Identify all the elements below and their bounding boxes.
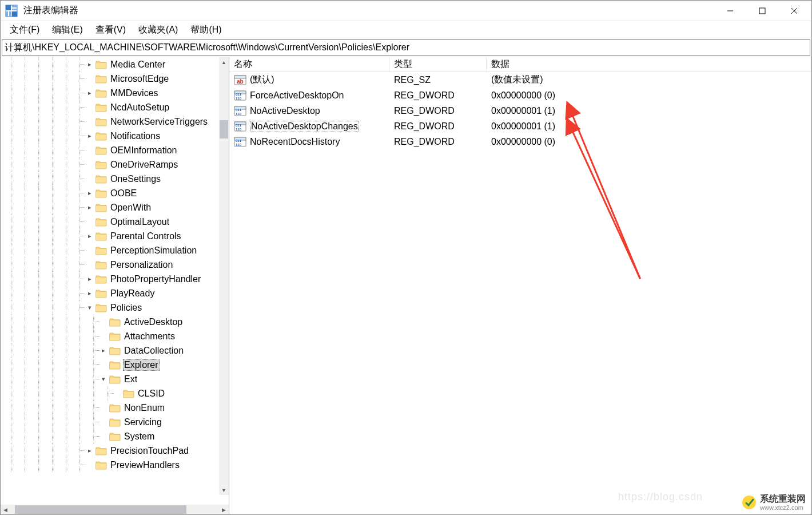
tree-caret-icon bbox=[85, 103, 94, 112]
tree-label: PlayReady bbox=[109, 288, 156, 299]
tree-item[interactable]: ▸PrecisionTouchPad bbox=[1, 443, 229, 458]
value-data: 0x00000001 (1) bbox=[487, 106, 811, 116]
tree-item[interactable]: OEMInformation bbox=[1, 143, 229, 157]
tree-item[interactable]: OptimalLayout bbox=[1, 215, 229, 229]
tree-label: Personalization bbox=[109, 260, 174, 270]
tree-item[interactable]: NetworkServiceTriggers bbox=[1, 114, 229, 129]
dword-value-icon bbox=[234, 136, 246, 148]
string-value-icon bbox=[234, 74, 246, 86]
values-list[interactable]: (默认)REG_SZ(数值未设置)ForceActiveDesktopOnREG… bbox=[229, 72, 811, 514]
value-row[interactable]: NoActiveDesktopREG_DWORD0x00000001 (1) bbox=[229, 103, 811, 118]
tree-label: DataCollection bbox=[123, 346, 185, 356]
value-row[interactable]: ForceActiveDesktopOnREG_DWORD0x00000000 … bbox=[229, 88, 811, 103]
close-button[interactable] bbox=[778, 1, 810, 21]
hscroll-thumb[interactable] bbox=[15, 505, 186, 514]
tree-item[interactable]: Servicing bbox=[1, 415, 229, 429]
tree-item[interactable]: NonEnum bbox=[1, 401, 229, 415]
tree-item[interactable]: ▸OpenWith bbox=[1, 200, 229, 215]
tree-caret-icon[interactable]: ▸ bbox=[85, 203, 94, 212]
column-name[interactable]: 名称 bbox=[229, 57, 389, 72]
tree-item[interactable]: Personalization bbox=[1, 258, 229, 272]
tree-caret-icon bbox=[85, 146, 94, 155]
value-row[interactable]: NoActiveDesktopChangesREG_DWORD0x0000000… bbox=[229, 118, 811, 134]
scroll-left-icon[interactable]: ◀ bbox=[1, 505, 10, 514]
vscroll-thumb[interactable] bbox=[220, 120, 228, 138]
tree-caret-icon[interactable]: ▸ bbox=[85, 232, 94, 241]
minimize-icon bbox=[727, 7, 734, 14]
tree-caret-icon bbox=[85, 175, 94, 184]
tree-item[interactable]: ▸DataCollection bbox=[1, 343, 229, 358]
tree-item[interactable]: ▸PlayReady bbox=[1, 286, 229, 300]
tree-item[interactable]: CLSID bbox=[1, 386, 229, 401]
maximize-button[interactable] bbox=[746, 1, 778, 21]
scroll-down-icon[interactable]: ▼ bbox=[219, 485, 229, 495]
tree-item[interactable]: ▸OOBE bbox=[1, 186, 229, 200]
folder-icon bbox=[109, 432, 121, 441]
tree-item[interactable]: OneSettings bbox=[1, 172, 229, 186]
menu-edit[interactable]: 编辑(E) bbox=[46, 22, 88, 38]
tree-item[interactable]: PreviewHandlers bbox=[1, 458, 229, 472]
value-row[interactable]: (默认)REG_SZ(数值未设置) bbox=[229, 72, 811, 88]
tree-label: Explorer bbox=[123, 359, 160, 371]
folder-icon bbox=[95, 117, 107, 126]
menu-favorites[interactable]: 收藏夹(A) bbox=[133, 22, 184, 38]
tree-item[interactable]: OneDriveRamps bbox=[1, 157, 229, 172]
tree-caret-icon[interactable]: ▸ bbox=[85, 89, 94, 98]
folder-icon bbox=[95, 260, 107, 270]
tree-label: ActiveDesktop bbox=[123, 317, 184, 327]
value-data: 0x00000001 (1) bbox=[487, 121, 811, 132]
tree-caret-icon[interactable]: ▸ bbox=[85, 60, 94, 69]
tree-caret-icon bbox=[113, 389, 122, 398]
value-type: REG_DWORD bbox=[389, 121, 487, 132]
tree-item[interactable]: ▾Ext bbox=[1, 372, 229, 386]
tree-item[interactable]: ▸PhotoPropertyHandler bbox=[1, 272, 229, 286]
scroll-up-icon[interactable]: ▲ bbox=[219, 57, 229, 67]
value-row[interactable]: NoRecentDocsHistoryREG_DWORD0x00000000 (… bbox=[229, 134, 811, 149]
menu-help[interactable]: 帮助(H) bbox=[185, 22, 227, 38]
tree-label: MicrosoftEdge bbox=[109, 74, 170, 84]
tree-item[interactable]: ▸Media Center bbox=[1, 57, 229, 72]
tree-label: OEMInformation bbox=[109, 145, 178, 156]
tree-caret-icon[interactable]: ▸ bbox=[85, 446, 94, 455]
column-data[interactable]: 数据 bbox=[487, 57, 811, 72]
tree-caret-icon bbox=[85, 246, 94, 255]
column-type[interactable]: 类型 bbox=[389, 57, 487, 72]
menu-view[interactable]: 查看(V) bbox=[90, 22, 132, 38]
tree-caret-icon[interactable]: ▾ bbox=[99, 375, 108, 384]
tree-scroll-area: ▸Media CenterMicrosoftEdge▸MMDevicesNcdA… bbox=[1, 57, 229, 505]
dword-value-icon bbox=[234, 120, 246, 133]
titlebar: 注册表编辑器 bbox=[1, 1, 811, 21]
minimize-button[interactable] bbox=[714, 1, 746, 21]
scroll-right-icon[interactable]: ▶ bbox=[219, 505, 229, 514]
tree-item[interactable]: ActiveDesktop bbox=[1, 315, 229, 329]
tree-caret-icon[interactable]: ▾ bbox=[85, 303, 94, 312]
tree-item[interactable]: Explorer bbox=[1, 358, 229, 372]
tree-caret-icon[interactable]: ▸ bbox=[85, 132, 94, 141]
tree-caret-icon[interactable]: ▸ bbox=[85, 289, 94, 298]
tree-item[interactable]: NcdAutoSetup bbox=[1, 100, 229, 114]
tree-item[interactable]: ▸Notifications bbox=[1, 129, 229, 143]
tree-vertical-scrollbar[interactable]: ▲ ▼ bbox=[219, 57, 229, 495]
tree-item[interactable]: PerceptionSimulation bbox=[1, 243, 229, 258]
folder-icon bbox=[109, 375, 121, 384]
tree-item[interactable]: ▸Parental Controls bbox=[1, 229, 229, 243]
tree-caret-icon[interactable]: ▸ bbox=[85, 275, 94, 284]
content-area: ▸Media CenterMicrosoftEdge▸MMDevicesNcdA… bbox=[1, 57, 811, 514]
tree-item[interactable]: Attachments bbox=[1, 329, 229, 343]
tree-item[interactable]: ▾Policies bbox=[1, 300, 229, 315]
registry-tree[interactable]: ▸Media CenterMicrosoftEdge▸MMDevicesNcdA… bbox=[1, 57, 229, 472]
tree-caret-icon[interactable]: ▸ bbox=[85, 189, 94, 198]
address-bar[interactable]: 计算机\HKEY_LOCAL_MACHINE\SOFTWARE\Microsof… bbox=[2, 39, 810, 56]
dword-value-icon bbox=[234, 105, 246, 117]
value-data: 0x00000000 (0) bbox=[487, 90, 811, 101]
tree-item[interactable]: System bbox=[1, 429, 229, 443]
menu-file[interactable]: 文件(F) bbox=[4, 22, 45, 38]
tree-caret-icon[interactable]: ▸ bbox=[99, 346, 108, 355]
tree-horizontal-scrollbar[interactable]: ◀ ▶ bbox=[1, 505, 229, 514]
tree-item[interactable]: ▸MMDevices bbox=[1, 86, 229, 100]
tree-label: Ext bbox=[123, 374, 138, 385]
folder-icon bbox=[109, 332, 121, 341]
tree-item[interactable]: MicrosoftEdge bbox=[1, 72, 229, 86]
regedit-icon bbox=[5, 5, 18, 17]
value-name: NoRecentDocsHistory bbox=[250, 137, 340, 147]
